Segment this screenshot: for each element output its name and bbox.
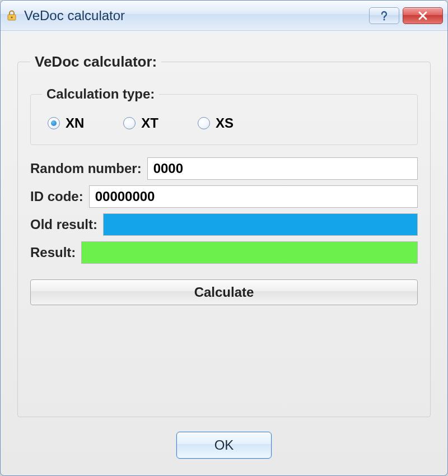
result-label: Result:: [30, 245, 76, 260]
ok-button[interactable]: OK: [176, 432, 272, 459]
radio-xs[interactable]: XS: [198, 115, 234, 131]
radio-xn[interactable]: XN: [48, 115, 84, 131]
radio-icon: [48, 117, 60, 129]
random-number-row: Random number:: [30, 157, 418, 180]
radio-label: XN: [66, 115, 84, 131]
calculation-type-options: XN XT XS: [42, 109, 406, 133]
result-input[interactable]: [81, 241, 418, 264]
random-number-label: Random number:: [30, 161, 142, 176]
close-icon: [417, 10, 429, 22]
id-code-row: ID code:: [30, 185, 418, 208]
old-result-row: Old result:: [30, 213, 418, 236]
old-result-input[interactable]: [103, 213, 418, 236]
calculation-type-legend: Calculation type:: [42, 86, 159, 102]
dialog-footer: OK: [17, 417, 431, 459]
radio-xt[interactable]: XT: [123, 115, 158, 131]
id-code-input[interactable]: [89, 185, 418, 208]
svg-point-2: [384, 18, 385, 20]
random-number-input[interactable]: [147, 157, 418, 180]
result-row: Result:: [30, 241, 418, 264]
titlebar: VeDoc calculator: [1, 1, 447, 31]
close-button[interactable]: [403, 7, 443, 24]
groupbox-legend: VeDoc calculator:: [30, 53, 161, 71]
calculate-button[interactable]: Calculate: [30, 279, 418, 305]
radio-label: XT: [141, 115, 158, 131]
radio-icon: [123, 117, 136, 129]
vedoc-groupbox: VeDoc calculator: Calculation type: XN X…: [17, 53, 431, 417]
old-result-label: Old result:: [30, 217, 97, 232]
window-title: VeDoc calculator: [24, 8, 366, 24]
client-area: VeDoc calculator: Calculation type: XN X…: [1, 31, 447, 475]
help-button[interactable]: [369, 7, 399, 24]
radio-icon: [198, 117, 210, 129]
svg-point-1: [11, 16, 12, 18]
radio-label: XS: [216, 115, 234, 131]
lock-icon: [5, 9, 18, 22]
dialog-window: VeDoc calculator VeDoc calculator: Calcu…: [0, 0, 448, 476]
id-code-label: ID code:: [30, 189, 83, 204]
calculation-type-groupbox: Calculation type: XN XT XS: [30, 86, 418, 145]
help-icon: [379, 10, 390, 21]
